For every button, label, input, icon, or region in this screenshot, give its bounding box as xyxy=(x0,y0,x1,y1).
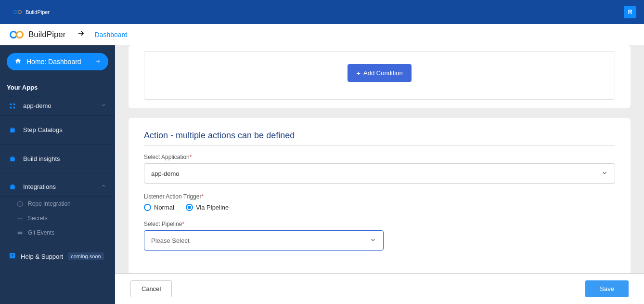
sidebar-item-label: Integrations xyxy=(23,183,56,190)
chevron-down-icon xyxy=(370,237,376,245)
user-avatar-badge[interactable]: R xyxy=(624,6,636,18)
divider xyxy=(144,145,615,146)
sidebar-subitem-git-events[interactable]: Git Events xyxy=(0,225,115,245)
svg-text:?: ? xyxy=(11,253,13,258)
home-label: Home: Dashboard xyxy=(26,58,81,66)
briefcase-icon xyxy=(9,184,16,190)
listener-action-trigger-label: Listener Action Trigger* xyxy=(144,193,615,200)
select-pipeline-placeholder: Please Select xyxy=(151,237,190,244)
arrow-right-icon xyxy=(77,29,85,40)
layout: Home: Dashboard Your Apps app-demo xyxy=(0,45,644,304)
breadcrumb-dashboard-link[interactable]: Dashboard xyxy=(95,31,128,39)
svg-rect-2 xyxy=(10,106,12,108)
save-button[interactable]: Save xyxy=(585,280,629,297)
brand-big: BuildPiper xyxy=(28,30,66,40)
add-condition-label: Add Condition xyxy=(363,69,403,77)
sidebar-item-integrations[interactable]: Integrations xyxy=(0,173,115,197)
chevron-down-icon xyxy=(101,102,106,109)
radio-normal-label: Normal xyxy=(154,204,174,211)
sidebar: Home: Dashboard Your Apps app-demo xyxy=(0,45,115,304)
sidebar-item-help-support[interactable]: ? Help & Support coming soon xyxy=(0,245,115,267)
logo-ring-orange-icon xyxy=(18,10,22,14)
main-content: + Add Condition Action - multiple action… xyxy=(115,45,644,304)
radio-normal[interactable]: Normal xyxy=(144,204,174,211)
cancel-button[interactable]: Cancel xyxy=(130,280,172,297)
svg-point-6 xyxy=(19,218,20,219)
dots-icon xyxy=(16,215,23,222)
select-application-dropdown[interactable]: app-demo xyxy=(144,163,615,184)
sidebar-item-app-demo[interactable]: app-demo xyxy=(0,96,115,116)
sidebar-subitem-repo-integration[interactable]: Repo Integration xyxy=(0,197,115,211)
logo-ring-orange-icon xyxy=(16,31,24,39)
chevron-up-icon xyxy=(101,183,106,190)
sidebar-item-label: app-demo xyxy=(23,102,52,109)
grid-icon xyxy=(9,103,16,109)
chevron-down-icon xyxy=(601,170,608,178)
add-condition-button[interactable]: + Add Condition xyxy=(348,64,411,82)
sidebar-subitem-label: Git Events xyxy=(28,229,54,236)
svg-rect-0 xyxy=(10,103,12,105)
svg-rect-8 xyxy=(17,231,22,234)
breadcrumb-bar: BuildPiper Dashboard xyxy=(0,24,644,45)
svg-rect-3 xyxy=(13,106,15,108)
home-dashboard-button[interactable]: Home: Dashboard xyxy=(7,53,108,70)
brand-small: BuildPiper xyxy=(26,9,50,15)
coming-soon-badge: coming soon xyxy=(68,252,103,260)
radio-filled-icon xyxy=(186,204,193,211)
svg-point-5 xyxy=(17,218,18,219)
sidebar-section-your-apps: Your Apps xyxy=(0,80,115,96)
footer-bar: Cancel Save xyxy=(115,273,644,304)
conditions-card: + Add Condition xyxy=(129,45,631,108)
sidebar-subitem-label: Secrets xyxy=(28,215,48,222)
radio-via-pipeline[interactable]: Via Pipeline xyxy=(186,204,229,211)
sidebar-subitem-label: Repo Integration xyxy=(28,200,71,207)
briefcase-icon xyxy=(9,127,16,133)
sidebar-item-build-insights[interactable]: Build insights xyxy=(0,145,115,173)
sidebar-subitem-secrets[interactable]: Secrets xyxy=(0,211,115,225)
action-card: Action - multiple actions can be defined… xyxy=(129,118,631,275)
briefcase-icon xyxy=(9,156,16,162)
action-heading: Action - multiple actions can be defined xyxy=(144,131,615,141)
trigger-radio-group: Normal Via Pipeline xyxy=(144,204,615,211)
logo-ring-blue-icon xyxy=(13,10,17,14)
arrow-right-icon xyxy=(95,58,101,66)
top-bar: BuildPiper R xyxy=(0,0,644,24)
select-pipeline-label: Select Pipeline* xyxy=(144,221,615,227)
sidebar-item-step-catalogs[interactable]: Step Catalogs xyxy=(0,116,115,145)
sidebar-item-label: Build insights xyxy=(23,155,60,162)
help-square-icon: ? xyxy=(9,252,16,261)
top-bar-logo[interactable]: BuildPiper xyxy=(13,9,50,15)
circle-arrow-icon xyxy=(16,201,23,207)
radio-icon xyxy=(144,204,151,211)
conditions-inner-box: + Add Condition xyxy=(144,51,615,100)
select-pipeline-dropdown[interactable]: Please Select xyxy=(144,230,384,251)
select-application-value: app-demo xyxy=(151,170,180,177)
svg-rect-1 xyxy=(13,103,15,105)
ticket-icon xyxy=(16,230,23,236)
sidebar-item-label: Step Catalogs xyxy=(23,126,63,133)
help-label: Help & Support xyxy=(21,253,63,260)
select-application-label: Select Application* xyxy=(144,154,615,160)
svg-point-7 xyxy=(21,218,22,219)
plus-icon: + xyxy=(356,69,361,77)
radio-via-pipeline-label: Via Pipeline xyxy=(196,204,229,211)
home-icon xyxy=(14,57,22,66)
breadcrumb-logo[interactable]: BuildPiper xyxy=(10,30,66,40)
